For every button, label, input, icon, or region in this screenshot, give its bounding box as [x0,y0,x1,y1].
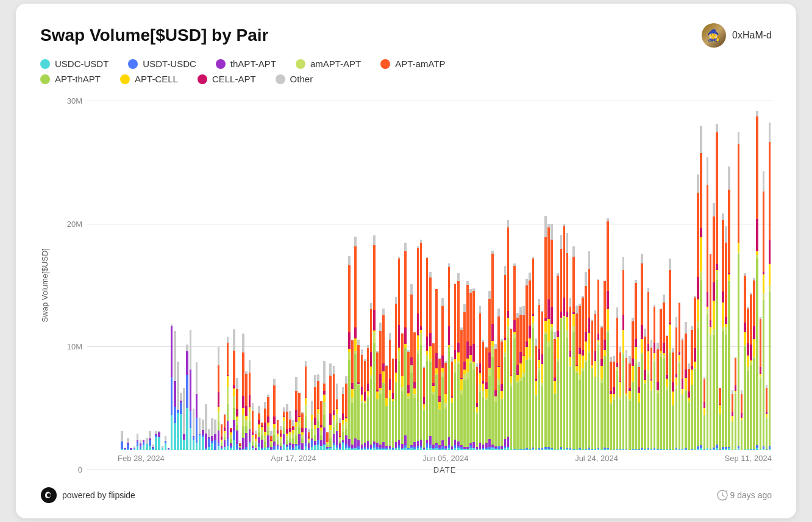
bar-segment [625,358,628,393]
bar-segment [488,376,491,439]
bar-segment [392,401,394,448]
bar-segment [317,409,319,413]
bar-segment [236,420,238,425]
bar-segment [130,449,132,450]
bar-column [600,96,603,450]
bar-segment [301,443,304,449]
bar-segment [236,389,238,409]
bar-segment [560,319,563,447]
bar-column [713,96,715,450]
bar-segment [451,403,454,446]
bar-segment [616,371,619,449]
bar-segment [174,423,176,450]
bar-segment [370,303,372,309]
bar-segment [323,445,326,450]
bar-segment [688,363,690,369]
bar-column [725,96,727,450]
bar-segment [547,341,550,347]
bar-segment [747,366,749,371]
bar-segment [629,401,631,450]
bar-segment [379,323,382,331]
bar-segment [685,391,687,448]
bar-segment [532,259,535,314]
bar-segment [311,420,313,429]
bar-segment [171,415,173,450]
bar-column [622,96,625,450]
bar-segment [149,446,151,450]
bar-column [547,96,550,450]
bar-segment [224,447,226,450]
bar-segment [554,339,556,377]
bar-segment [301,428,304,432]
bar-column [124,96,126,450]
bar-column [594,96,597,450]
bar-segment [538,305,541,349]
bar-segment [183,440,185,450]
bar-segment [404,327,407,344]
bar-segment [550,240,553,307]
bar-segment [719,415,721,449]
bar-segment [735,449,737,450]
bar-segment [554,449,556,450]
bar-segment [579,348,581,354]
bar-segment [121,442,123,449]
bar-segment [218,347,220,365]
bar-segment [317,421,319,428]
bar-segment [460,330,463,378]
bar-segment [460,390,463,395]
bar-segment [267,426,269,431]
bar-segment [722,449,724,450]
bar-segment [663,449,665,450]
bar-segment [326,449,329,450]
bar-segment [395,304,397,359]
bar-segment [348,448,351,450]
bar-segment [435,368,438,374]
bar-segment [510,329,513,375]
legend-item: APT-thAPT [40,74,101,84]
bar-segment [165,436,167,441]
bar-segment [610,394,612,403]
bar-segment [183,388,185,434]
bar-column [675,96,678,450]
bar-column [535,96,538,450]
bar-column [722,96,724,450]
legend-label: CELL-APT [212,74,256,84]
bar-segment [654,343,656,353]
bar-segment [669,324,671,349]
bar-segment [364,404,366,443]
bar-column [632,96,634,450]
bar-column [401,96,404,450]
bar-segment [713,216,715,282]
bar-segment [252,437,254,442]
bar-segment [429,346,432,359]
bar-column [619,96,622,450]
bar-column [354,96,357,450]
bar-column [199,96,201,450]
bar-segment [713,203,715,216]
bar-segment [572,257,575,312]
bar-segment [320,401,322,425]
bar-segment [401,334,404,376]
bar-segment [249,421,251,429]
bars-wrapper [118,96,772,450]
bar-segment [732,416,734,421]
bar-segment [289,445,291,449]
bar-segment [641,254,643,263]
bar-segment [249,429,251,442]
bar-segment [199,435,201,450]
bar-segment [264,402,266,409]
bar-column [183,96,185,450]
bar-segment [392,393,394,399]
bar-segment [479,392,482,443]
bar-segment [525,360,528,448]
bar-segment [292,448,294,450]
bar-segment [121,431,123,442]
bar-segment [413,388,416,394]
bar-segment [725,317,727,324]
bar-segment [697,321,699,328]
bar-segment [457,343,460,352]
bar-segment [295,446,297,450]
bar-segment [725,335,727,447]
bar-segment [647,351,650,370]
bar-segment [707,185,709,292]
